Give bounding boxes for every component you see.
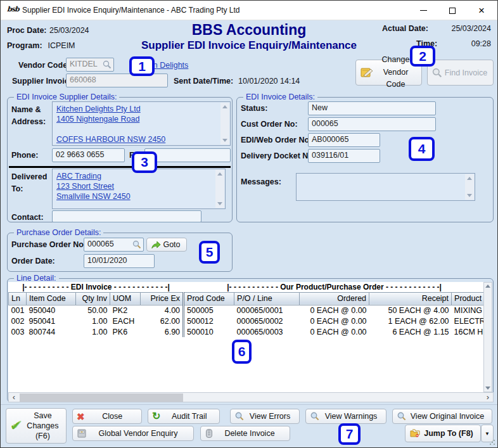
resize-grip[interactable] [489, 439, 495, 445]
find-invoice-button[interactable]: Find Invoice [427, 60, 494, 86]
po-lookup-magnifier-icon[interactable] [132, 240, 142, 250]
hscroll-thumb[interactable] [20, 394, 183, 402]
jump-to-button[interactable]: Jump To (F8) [405, 425, 481, 442]
supplier-address-box[interactable]: Kitchen Delights Pty Ltd 1405 Nightengal… [52, 101, 231, 146]
table-cell: 000065/0002 [234, 316, 300, 326]
view-errors-button[interactable]: View Errors [230, 409, 300, 424]
group-header-edi-invoice: |- - - - - - - - - - EDI Invoice - - - -… [9, 282, 184, 292]
phone-label: Phone: [11, 151, 38, 160]
table-cell: 1 EACH @ 62.00 [369, 316, 452, 326]
program-value: ICPEIM [48, 41, 75, 50]
table-cell: 500005 [184, 305, 234, 316]
table-cell: 50 EACH @ 4.00 [369, 305, 452, 316]
column-header-row: Ln Item Code Qty Inv UOM Price Ex Prod C… [9, 292, 485, 305]
minimize-icon [420, 10, 427, 11]
messages-box[interactable] [296, 173, 475, 201]
maximize-button[interactable] [438, 1, 467, 20]
close-icon: × [478, 5, 485, 16]
line-detail-table: |- - - - - - - - - - EDI Invoice - - - -… [8, 282, 485, 392]
col-po-line: P/O / Line [234, 292, 300, 305]
fax-field[interactable] [144, 148, 231, 162]
table-cell: 62.00 [141, 316, 184, 326]
supplier-address-line[interactable]: 1405 Nightengale Road [56, 114, 219, 124]
shredder-icon [205, 428, 214, 438]
close-button[interactable]: × [467, 1, 496, 20]
table-cell: 0 EACH @ 0.00 [300, 316, 369, 326]
jump-to-folder-icon [409, 428, 421, 438]
supplier-address-line[interactable]: COFFS HARBOUR NSW 2450 [56, 134, 219, 144]
edi-web-order-field[interactable]: AB000065 [308, 133, 380, 147]
col-prod-code: Prod Code [184, 292, 234, 305]
scroll-right-icon[interactable]: › [483, 393, 493, 402]
col-ln: Ln [9, 292, 27, 305]
scroll-up-icon[interactable] [217, 172, 222, 176]
view-warnings-button[interactable]: View Warnings [305, 409, 386, 424]
magnifier-icon [431, 67, 443, 79]
messages-scrollbar[interactable] [465, 174, 474, 200]
audit-trail-button[interactable]: ↻ Audit Trail [148, 409, 220, 424]
goto-button[interactable]: Goto [146, 238, 187, 252]
scroll-left-icon[interactable]: ‹ [9, 393, 19, 402]
table-cell: PK2 [110, 305, 141, 316]
col-receipt: Receipt [369, 292, 452, 305]
annotation-5: 5 [199, 241, 220, 264]
annotation-7: 7 [338, 423, 361, 445]
proc-date-label: Proc Date: [7, 26, 47, 35]
proc-date-value: 25/03/2024 [49, 26, 89, 35]
col-item-code: Item Code [27, 292, 76, 305]
table-horizontal-scrollbar[interactable]: ‹ › [8, 392, 494, 402]
table-cell: 4.00 [141, 305, 184, 316]
table-vertical-scrollbar[interactable] [483, 282, 492, 392]
scroll-up-icon[interactable] [467, 177, 472, 180]
table-row[interactable]: 0038007441.00PK66.90500010000065/00030 E… [9, 326, 485, 337]
table-cell: 0 EACH @ 0.00 [300, 326, 369, 337]
address-scrollbar[interactable] [220, 103, 229, 144]
invoice-details-title: EDI Invoice Details: [243, 93, 317, 101]
delivered-line[interactable]: 123 Short Street [56, 181, 214, 191]
delivery-docket-field[interactable]: 039116/01 [308, 149, 380, 163]
line-detail-title: Line Detail: [14, 274, 59, 283]
delivery-docket-label: Delivery Docket No: [241, 151, 316, 160]
purchase-order-title: Purchase Order Details: [14, 228, 103, 237]
app-window: bsb Supplier EDI Invoice Enquiry/Mainten… [0, 0, 498, 448]
global-vendor-enquiry-button[interactable]: Global Vendor Enquiry [72, 426, 194, 441]
delete-invoice-button[interactable]: Delete Invoice [200, 426, 290, 441]
status-field[interactable]: New [308, 101, 436, 115]
goto-arrow-icon [151, 241, 161, 249]
supplier-invoice-field[interactable]: 660068 [66, 74, 168, 87]
scroll-down-icon[interactable] [217, 202, 222, 205]
close-invoice-button[interactable]: ✖ Close [72, 409, 142, 424]
contact-field[interactable] [52, 210, 201, 222]
line-detail-body: 00195004050.00PK24.00500005000065/00010 … [9, 305, 485, 337]
cust-order-field[interactable]: 000065 [308, 117, 436, 131]
po-no-field[interactable]: 000065 [84, 238, 144, 252]
annotation-3: 3 [132, 151, 157, 173]
delivered-line[interactable]: Smallville NSW 2450 [56, 191, 214, 202]
col-uom: UOM [110, 292, 141, 305]
table-cell: 950041 [27, 316, 76, 326]
magnifier-icon [310, 411, 320, 421]
view-original-invoice-button[interactable]: View Original Invoice [392, 409, 492, 424]
annotation-6: 6 [232, 340, 252, 364]
scroll-down-icon[interactable] [222, 139, 227, 142]
supplier-address-line[interactable]: Kitchen Delights Pty Ltd [56, 104, 219, 114]
table-row[interactable]: 00195004050.00PK24.00500005000065/00010 … [9, 305, 485, 316]
table-cell: 6 EACH @ 1.15 [369, 326, 452, 337]
table-row[interactable]: 0029500411.00EACH62.00500012000065/00020… [9, 316, 485, 326]
table-cell: 003 [9, 326, 27, 337]
supplier-details-title: EDI Invoice Supplier Details: [14, 93, 119, 101]
table-cell: 1.00 [76, 326, 110, 337]
save-changes-button[interactable]: ✔ Save Changes (F6) [6, 408, 67, 444]
order-date-field[interactable]: 10/01/2020 [84, 254, 155, 268]
minimize-button[interactable] [409, 1, 438, 20]
delivered-scrollbar[interactable] [215, 170, 224, 208]
delivered-to-box[interactable]: ABC Trading 123 Short Street Smallville … [52, 169, 226, 209]
vendor-lookup-magnifier-icon[interactable] [102, 60, 112, 70]
table-cell: 950040 [27, 305, 76, 316]
scroll-down-icon[interactable] [467, 194, 472, 197]
table-cell: 1.00 [76, 316, 110, 326]
table-cell: EACH [110, 316, 141, 326]
phone-field[interactable]: 02 9663 0655 [52, 148, 125, 162]
vendor-code-field[interactable]: KITDEL [66, 58, 114, 72]
scroll-up-icon[interactable] [222, 105, 227, 108]
